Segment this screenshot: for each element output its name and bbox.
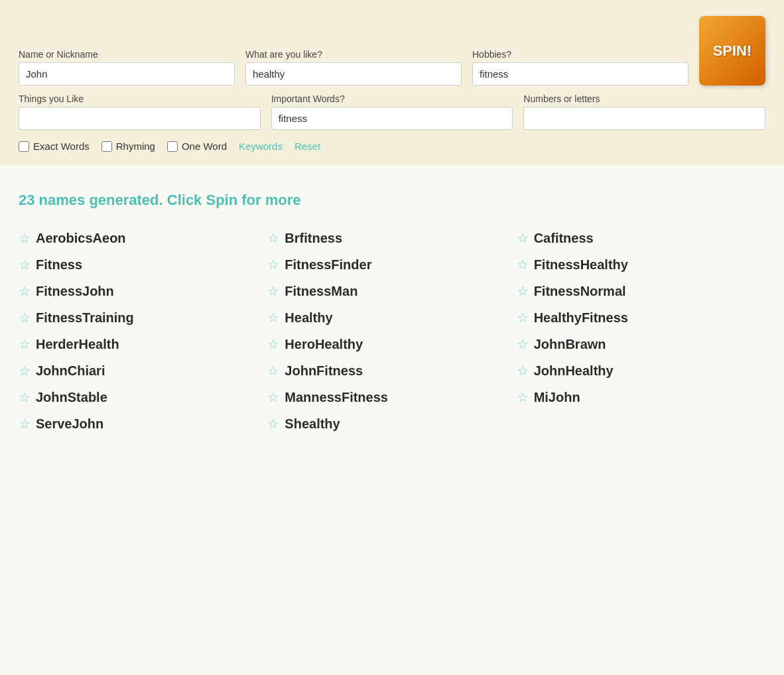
rhyming-label: Rhyming <box>116 141 155 152</box>
whatlike-field-group: What are you like? <box>245 49 462 86</box>
name-text: MiJohn <box>534 390 580 405</box>
star-icon[interactable]: ☆ <box>517 230 529 246</box>
name-label: Name or Nickname <box>19 49 235 60</box>
rhyming-checkbox[interactable] <box>101 141 112 152</box>
rhyming-checkbox-label[interactable]: Rhyming <box>101 141 155 152</box>
name-text: FitnessNormal <box>534 284 626 299</box>
one-word-checkbox[interactable] <box>167 141 178 152</box>
name-text: AerobicsAeon <box>36 231 126 246</box>
list-item: ☆Cafitness <box>517 227 765 249</box>
star-icon[interactable]: ☆ <box>267 310 279 326</box>
star-icon[interactable]: ☆ <box>19 230 31 246</box>
star-icon[interactable]: ☆ <box>19 363 31 379</box>
name-text: HealthyFitness <box>534 310 628 326</box>
exact-words-checkbox-label[interactable]: Exact Words <box>19 141 90 152</box>
star-icon[interactable]: ☆ <box>267 389 279 405</box>
list-item: ☆HerderHealth <box>19 334 267 355</box>
hobbies-input[interactable] <box>472 62 688 86</box>
list-item: ☆HealthyFitness <box>517 307 765 328</box>
whatlike-input[interactable] <box>245 62 462 86</box>
list-item: ☆MiJohn <box>517 387 765 408</box>
star-icon[interactable]: ☆ <box>517 389 529 405</box>
one-word-checkbox-label[interactable]: One Word <box>167 141 227 152</box>
hobbies-field-group: Hobbies? <box>472 49 688 86</box>
name-text: Healthy <box>285 310 332 326</box>
star-icon[interactable]: ☆ <box>19 416 31 432</box>
numbersletters-label: Numbers or letters <box>523 93 765 104</box>
one-word-label: One Word <box>182 141 227 152</box>
list-item: ☆FitnessNormal <box>517 280 765 302</box>
keywords-button[interactable]: Keywords <box>239 141 283 152</box>
name-text: JohnFitness <box>285 363 363 379</box>
name-input[interactable] <box>19 62 235 86</box>
list-item: ☆Fitness <box>19 254 267 275</box>
name-text: HerderHealth <box>36 337 119 352</box>
list-item: ☆ServeJohn <box>19 413 267 434</box>
star-icon[interactable]: ☆ <box>267 230 279 246</box>
name-text: JohnHealthy <box>534 363 614 379</box>
name-text: FitnessTraining <box>36 310 134 326</box>
star-icon[interactable]: ☆ <box>517 257 529 273</box>
importantwords-label: Important Words? <box>271 93 513 104</box>
name-text: FitnessHealthy <box>534 257 628 273</box>
name-text: FitnessMan <box>285 284 358 299</box>
name-text: MannessFitness <box>285 390 388 405</box>
star-icon[interactable]: ☆ <box>267 416 279 432</box>
name-text: JohnStable <box>36 390 107 405</box>
reset-button[interactable]: Reset <box>294 141 320 152</box>
list-item: ☆AerobicsAeon <box>19 227 267 249</box>
name-text: JohnChiari <box>36 363 105 379</box>
list-item: ☆JohnChiari <box>19 360 267 381</box>
results-count: 23 names generated. Click Spin for more <box>19 192 765 209</box>
star-icon[interactable]: ☆ <box>267 257 279 273</box>
list-item: ☆MannessFitness <box>267 387 516 408</box>
star-icon[interactable]: ☆ <box>267 336 279 352</box>
hobbies-label: Hobbies? <box>472 49 688 60</box>
form-panel: Name or Nickname What are you like? Hobb… <box>0 0 784 165</box>
star-icon[interactable]: ☆ <box>517 363 529 379</box>
star-icon[interactable]: ☆ <box>267 283 279 299</box>
list-item: ☆FitnessHealthy <box>517 254 765 275</box>
list-item: ☆Shealthy <box>267 413 516 434</box>
list-item: ☆Healthy <box>267 307 516 328</box>
list-item: ☆Brfitness <box>267 227 516 249</box>
importantwords-input[interactable] <box>271 107 513 130</box>
name-text: Cafitness <box>534 231 594 246</box>
star-icon[interactable]: ☆ <box>19 257 31 273</box>
name-field-group: Name or Nickname <box>19 49 235 86</box>
numbersletters-field-group: Numbers or letters <box>523 93 765 130</box>
list-item: ☆JohnBrawn <box>517 334 765 355</box>
numbersletters-input[interactable] <box>523 107 765 130</box>
list-item: ☆JohnStable <box>19 387 267 408</box>
list-item: ☆JohnFitness <box>267 360 516 381</box>
list-item: ☆FitnessFinder <box>267 254 516 275</box>
name-text: FitnessFinder <box>285 257 371 273</box>
whatlike-label: What are you like? <box>245 49 462 60</box>
exact-words-label: Exact Words <box>33 141 90 152</box>
form-row-1: Name or Nickname What are you like? Hobb… <box>19 16 765 86</box>
star-icon[interactable]: ☆ <box>517 283 529 299</box>
name-text: JohnBrawn <box>534 337 606 352</box>
star-icon[interactable]: ☆ <box>19 336 31 352</box>
list-item: ☆JohnHealthy <box>517 360 765 381</box>
star-icon[interactable]: ☆ <box>19 283 31 299</box>
spin-button[interactable]: SPIN! <box>699 16 765 86</box>
thingslike-input[interactable] <box>19 107 261 130</box>
options-row: Exact Words Rhyming One Word Keywords Re… <box>19 141 765 152</box>
main-content: 23 names generated. Click Spin for more … <box>0 165 784 453</box>
list-item: ☆HeroHealthy <box>267 334 516 355</box>
thingslike-field-group: Things you Like <box>19 93 261 130</box>
names-grid: ☆AerobicsAeon☆Brfitness☆Cafitness☆Fitnes… <box>19 227 765 434</box>
list-item: ☆FitnessJohn <box>19 280 267 302</box>
star-icon[interactable]: ☆ <box>19 389 31 405</box>
name-text: FitnessJohn <box>36 284 114 299</box>
star-icon[interactable]: ☆ <box>517 310 529 326</box>
star-icon[interactable]: ☆ <box>517 336 529 352</box>
name-text: Fitness <box>36 257 82 273</box>
star-icon[interactable]: ☆ <box>19 310 31 326</box>
exact-words-checkbox[interactable] <box>19 141 29 152</box>
form-row-2: Things you Like Important Words? Numbers… <box>19 93 765 130</box>
name-text: ServeJohn <box>36 416 103 432</box>
star-icon[interactable]: ☆ <box>267 363 279 379</box>
name-text: HeroHealthy <box>285 337 363 352</box>
